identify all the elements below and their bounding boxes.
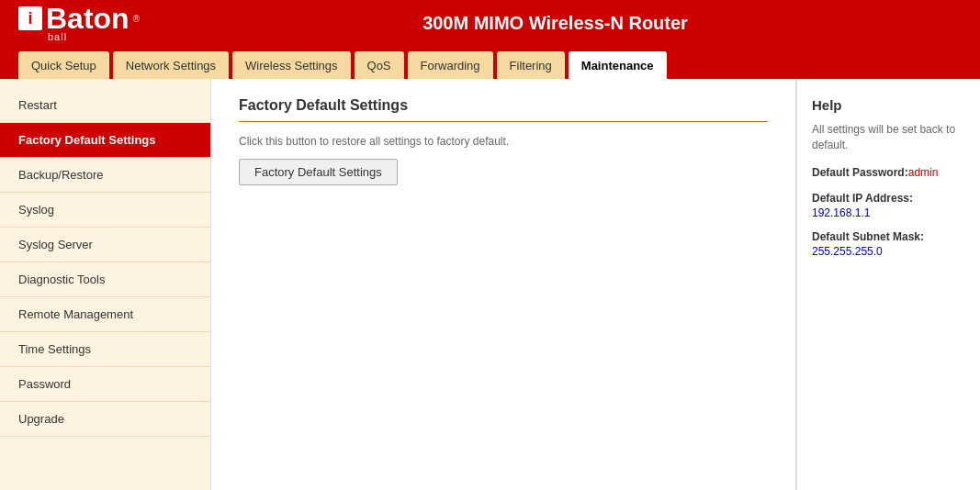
nav-tab-quick-setup[interactable]: Quick Setup [18,51,109,79]
logo: i Baton® ball [18,4,140,42]
nav-tab-forwarding[interactable]: Forwarding [408,51,493,79]
logo-sub: ball [48,31,67,42]
sidebar-item-remote-management[interactable]: Remote Management [0,297,210,332]
nav-tab-wireless-settings[interactable]: Wireless Settings [232,51,350,79]
help-panel: Help All settings will be set back to de… [796,79,980,490]
logo-registered: ® [133,14,140,24]
logo-i: i [28,9,32,28]
sidebar-item-backup-restore[interactable]: Backup/Restore [0,158,210,193]
content-description: Click this button to restore all setting… [239,135,768,148]
help-ip-value: 192.168.1.1 [812,206,965,219]
sidebar-item-upgrade[interactable]: Upgrade [0,402,210,437]
header: i Baton® ball 300M MIMO Wireless-N Route… [0,0,980,46]
factory-default-button[interactable]: Factory Default Settings [239,159,398,185]
logo-i-box: i [18,6,42,30]
nav-tab-filtering[interactable]: Filtering [497,51,565,79]
header-title: 300M MIMO Wireless-N Router [149,13,962,34]
sidebar: RestartFactory Default SettingsBackup/Re… [0,79,211,490]
help-ip-label: Default IP Address: [812,192,965,205]
content-area: Factory Default Settings Click this butt… [211,79,796,490]
sidebar-item-time-settings[interactable]: Time Settings [0,332,210,367]
content-title: Factory Default Settings [239,97,768,122]
nav-tab-maintenance[interactable]: Maintenance [569,51,667,79]
help-intro: All settings will be set back to default… [812,122,965,153]
sidebar-item-password[interactable]: Password [0,367,210,402]
sidebar-item-restart[interactable]: Restart [0,88,210,123]
main-container: RestartFactory Default SettingsBackup/Re… [0,79,980,490]
nav-tab-network-settings[interactable]: Network Settings [113,51,229,79]
help-title: Help [812,97,965,113]
nav-bar: Quick SetupNetwork SettingsWireless Sett… [0,46,980,79]
help-password-value: admin [908,166,939,179]
sidebar-item-diagnostic-tools[interactable]: Diagnostic Tools [0,262,210,297]
sidebar-item-syslog[interactable]: Syslog [0,193,210,228]
help-password-label: Default Password: [812,166,908,179]
help-subnet-value: 255.255.255.0 [812,245,965,258]
help-password: Default Password:admin [812,166,965,179]
help-subnet-label: Default Subnet Mask: [812,230,965,243]
logo-brand: Baton [46,4,130,33]
nav-tab-qos[interactable]: QoS [355,51,404,79]
sidebar-item-syslog-server[interactable]: Syslog Server [0,228,210,262]
sidebar-item-factory-default[interactable]: Factory Default Settings [0,123,210,158]
